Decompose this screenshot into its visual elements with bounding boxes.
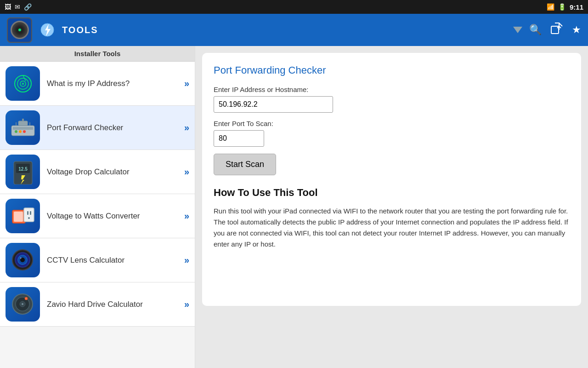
header: TOOLS 🔍 ★ bbox=[0, 14, 588, 46]
link-icon: 🔗 bbox=[24, 3, 32, 11]
svg-point-11 bbox=[15, 130, 17, 133]
ip-input[interactable] bbox=[214, 96, 333, 113]
mail-icon: ✉ bbox=[15, 3, 20, 11]
svg-rect-14 bbox=[18, 121, 28, 126]
share-icon[interactable] bbox=[551, 23, 563, 37]
voltage-watts-label: Voltage to Watts Converter bbox=[47, 212, 184, 221]
ip-chevron: » bbox=[184, 78, 189, 89]
status-right-icons: 📶 🔋 9:11 bbox=[547, 3, 583, 11]
status-bar: 🖼 ✉ 🔗 📶 🔋 9:11 bbox=[0, 0, 588, 14]
time-display: 9:11 bbox=[570, 3, 583, 11]
content-card: Port Forwarding Checker Enter IP Address… bbox=[202, 53, 581, 306]
app-logo bbox=[7, 17, 32, 43]
cctv-label: CCTV Lens Calculator bbox=[47, 256, 184, 265]
search-icon[interactable]: 🔍 bbox=[529, 24, 542, 36]
svg-point-13 bbox=[23, 130, 26, 133]
port-input-label: Enter Port To Scan: bbox=[214, 120, 570, 127]
sidebar-item-voltage-watts[interactable]: Voltage to Watts Converter » bbox=[0, 194, 195, 238]
wifi-icon: 📶 bbox=[547, 3, 554, 11]
photo-icon: 🖼 bbox=[5, 3, 11, 11]
card-title: Port Forwarding Checker bbox=[214, 64, 570, 76]
zavio-chevron: » bbox=[184, 299, 189, 310]
sidebar-item-voltage-drop[interactable]: 12.5 Voltage Drop Calculator » bbox=[0, 150, 195, 194]
ip-label: What is my IP Address? bbox=[47, 79, 184, 88]
battery-icon: 🔋 bbox=[558, 3, 566, 11]
sidebar-item-cctv[interactable]: CCTV Lens Calculator » bbox=[0, 238, 195, 282]
cctv-icon bbox=[6, 243, 40, 277]
svg-point-38 bbox=[25, 297, 28, 300]
lightning-icon bbox=[39, 22, 55, 38]
svg-rect-10 bbox=[13, 127, 33, 130]
header-title: TOOLS bbox=[62, 25, 504, 35]
cctv-chevron: » bbox=[184, 255, 189, 265]
sidebar-item-port[interactable]: Port Forward Checker » bbox=[0, 106, 195, 150]
star-icon[interactable]: ★ bbox=[572, 24, 581, 36]
voltage-drop-label: Voltage Drop Calculator bbox=[47, 167, 184, 177]
sidebar-item-ip[interactable]: What is my IP Address? » bbox=[0, 62, 195, 106]
header-actions: 🔍 ★ bbox=[529, 23, 581, 37]
status-left-icons: 🖼 ✉ 🔗 bbox=[5, 3, 32, 11]
port-icon bbox=[6, 110, 40, 145]
svg-rect-24 bbox=[14, 212, 23, 222]
voltage-drop-chevron: » bbox=[184, 167, 189, 177]
voltage-icon: 12.5 bbox=[6, 155, 40, 189]
port-input[interactable] bbox=[214, 130, 264, 147]
svg-rect-27 bbox=[30, 211, 31, 215]
sidebar: Installer Tools What is my IP Address? » bbox=[0, 46, 195, 368]
svg-rect-25 bbox=[24, 208, 34, 222]
port-chevron: » bbox=[184, 122, 189, 133]
watts-icon bbox=[6, 199, 40, 233]
svg-point-37 bbox=[22, 303, 23, 305]
port-label: Port Forward Checker bbox=[47, 123, 184, 132]
svg-point-28 bbox=[28, 217, 30, 219]
svg-text:12.5: 12.5 bbox=[18, 167, 28, 172]
ip-input-label: Enter IP Address or Hostname: bbox=[214, 86, 570, 93]
start-scan-button[interactable]: Start Scan bbox=[214, 154, 276, 175]
svg-point-7 bbox=[22, 83, 24, 85]
how-title: How To Use This Tool bbox=[214, 187, 570, 199]
dropdown-triangle bbox=[513, 27, 522, 33]
svg-point-33 bbox=[20, 257, 22, 259]
logo-inner bbox=[11, 21, 29, 39]
voltage-watts-chevron: » bbox=[184, 211, 189, 221]
content-area: Port Forwarding Checker Enter IP Address… bbox=[195, 46, 588, 368]
zavio-label: Zavio Hard Drive Calculator bbox=[47, 300, 184, 309]
sidebar-header: Installer Tools bbox=[0, 46, 195, 62]
how-text: Run this tool with your iPad connected v… bbox=[214, 206, 570, 250]
svg-point-12 bbox=[19, 130, 22, 133]
svg-rect-15 bbox=[22, 119, 24, 121]
logo-dot bbox=[18, 29, 21, 31]
zavio-icon bbox=[6, 287, 40, 322]
svg-rect-26 bbox=[27, 211, 28, 215]
main-layout: Installer Tools What is my IP Address? » bbox=[0, 46, 588, 368]
ip-icon bbox=[6, 66, 40, 101]
sidebar-item-zavio[interactable]: Zavio Hard Drive Calculator » bbox=[0, 282, 195, 327]
